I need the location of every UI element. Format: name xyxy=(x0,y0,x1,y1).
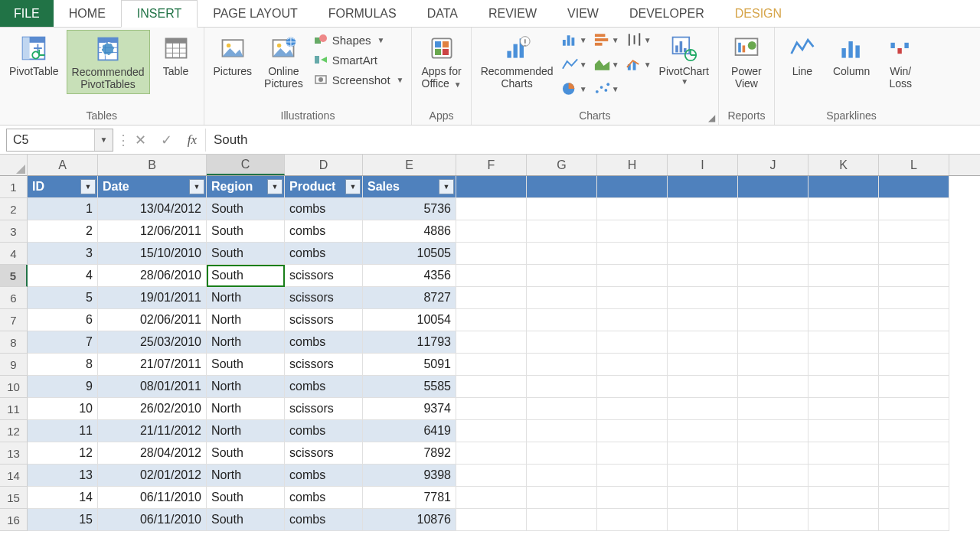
cell[interactable] xyxy=(597,220,668,243)
cell[interactable] xyxy=(597,287,668,309)
line-chart-button[interactable]: ▼ xyxy=(561,54,587,74)
column-header-G[interactable]: G xyxy=(527,155,597,175)
cell[interactable] xyxy=(668,198,738,220)
cell[interactable]: 4356 xyxy=(363,265,456,287)
cell[interactable] xyxy=(668,331,738,354)
cell[interactable] xyxy=(527,287,597,309)
cell[interactable] xyxy=(456,265,527,287)
row-header-4[interactable]: 4 xyxy=(0,243,28,265)
cell[interactable] xyxy=(808,309,879,331)
cell[interactable] xyxy=(456,442,527,465)
cell[interactable] xyxy=(597,309,668,331)
table-header-cell[interactable]: Date▼ xyxy=(98,176,207,198)
cell[interactable] xyxy=(808,509,879,531)
row-header-16[interactable]: 16 xyxy=(0,509,28,531)
cell[interactable] xyxy=(808,398,879,420)
online-pictures-button[interactable]: Online Pictures xyxy=(260,30,308,93)
column-header-F[interactable]: F xyxy=(456,155,527,175)
cell[interactable] xyxy=(879,243,949,265)
cell[interactable]: 13/04/2012 xyxy=(98,198,207,220)
row-header-1[interactable]: 1 xyxy=(0,176,28,198)
cell[interactable] xyxy=(527,465,597,487)
cell[interactable] xyxy=(738,398,808,420)
cell[interactable] xyxy=(527,376,597,398)
cell[interactable] xyxy=(456,331,527,354)
cell[interactable]: 26/02/2010 xyxy=(98,398,207,420)
charts-dialog-launcher[interactable]: ◢ xyxy=(708,112,715,123)
cell[interactable] xyxy=(738,420,808,442)
cell[interactable] xyxy=(597,420,668,442)
cell[interactable] xyxy=(597,398,668,420)
cell[interactable] xyxy=(808,198,879,220)
cell[interactable]: 10505 xyxy=(363,243,456,265)
cell[interactable] xyxy=(668,420,738,442)
cell[interactable] xyxy=(738,331,808,354)
tab-home[interactable]: HOME xyxy=(54,0,121,27)
table-header-cell[interactable]: Product▼ xyxy=(285,176,363,198)
cell[interactable] xyxy=(527,354,597,376)
smartart-button[interactable]: SmartArt xyxy=(311,50,407,70)
cell[interactable] xyxy=(668,309,738,331)
cell[interactable] xyxy=(738,487,808,509)
cell[interactable]: 8727 xyxy=(363,287,456,309)
cell[interactable]: 02/01/2012 xyxy=(98,465,207,487)
cell[interactable]: 2 xyxy=(28,220,98,243)
cell[interactable]: North xyxy=(207,465,285,487)
row-header-9[interactable]: 9 xyxy=(0,354,28,376)
row-header-15[interactable]: 15 xyxy=(0,487,28,509)
row-header-11[interactable]: 11 xyxy=(0,398,28,420)
cell[interactable] xyxy=(879,465,949,487)
cell[interactable]: combs xyxy=(285,331,363,354)
cancel-formula-button[interactable]: ✕ xyxy=(127,132,153,148)
cell[interactable]: 5585 xyxy=(363,376,456,398)
cell[interactable]: combs xyxy=(285,420,363,442)
cell[interactable]: 1 xyxy=(28,198,98,220)
cell[interactable]: scissors xyxy=(285,442,363,465)
sparkline-line-button[interactable]: Line xyxy=(779,30,825,80)
table-header-cell[interactable] xyxy=(738,176,808,198)
cell[interactable]: combs xyxy=(285,487,363,509)
tab-data[interactable]: DATA xyxy=(412,0,473,27)
tab-view[interactable]: VIEW xyxy=(552,0,614,27)
cell[interactable]: South xyxy=(207,487,285,509)
cell[interactable] xyxy=(738,265,808,287)
shapes-button[interactable]: Shapes ▼ xyxy=(311,30,407,50)
cell[interactable]: scissors xyxy=(285,398,363,420)
name-box[interactable]: C5 ▼ xyxy=(6,129,113,152)
cell[interactable] xyxy=(456,198,527,220)
cell[interactable] xyxy=(527,243,597,265)
row-header-3[interactable]: 3 xyxy=(0,220,28,243)
cell[interactable] xyxy=(738,287,808,309)
power-view-button[interactable]: Power View xyxy=(724,30,769,93)
name-box-dropdown[interactable]: ▼ xyxy=(94,129,113,151)
table-header-cell[interactable]: Sales▼ xyxy=(363,176,456,198)
row-header-7[interactable]: 7 xyxy=(0,309,28,331)
cell[interactable] xyxy=(456,243,527,265)
cell[interactable]: 11793 xyxy=(363,331,456,354)
cell[interactable] xyxy=(738,198,808,220)
cell[interactable]: 5091 xyxy=(363,354,456,376)
column-header-B[interactable]: B xyxy=(98,155,207,175)
cell[interactable]: South xyxy=(207,509,285,531)
cell[interactable]: 28/04/2012 xyxy=(98,442,207,465)
cell[interactable] xyxy=(879,265,949,287)
tab-design[interactable]: DESIGN xyxy=(720,0,797,27)
table-header-cell[interactable] xyxy=(808,176,879,198)
tab-page-layout[interactable]: PAGE LAYOUT xyxy=(198,0,313,27)
cell[interactable] xyxy=(456,309,527,331)
cell[interactable] xyxy=(808,220,879,243)
combo-chart-button[interactable]: ▼ xyxy=(626,54,652,74)
cell[interactable]: 12/06/2011 xyxy=(98,220,207,243)
tab-file[interactable]: FILE xyxy=(0,0,54,27)
cell[interactable] xyxy=(808,287,879,309)
cell[interactable] xyxy=(597,243,668,265)
table-header-cell[interactable]: Region▼ xyxy=(207,176,285,198)
cell[interactable]: 6419 xyxy=(363,420,456,442)
cell[interactable]: North xyxy=(207,398,285,420)
table-header-cell[interactable] xyxy=(668,176,738,198)
pictures-button[interactable]: Pictures xyxy=(209,30,257,80)
cell[interactable]: 4886 xyxy=(363,220,456,243)
cell[interactable]: North xyxy=(207,420,285,442)
cell[interactable] xyxy=(527,309,597,331)
recommended-charts-button[interactable]: Recommended Charts xyxy=(476,30,558,93)
